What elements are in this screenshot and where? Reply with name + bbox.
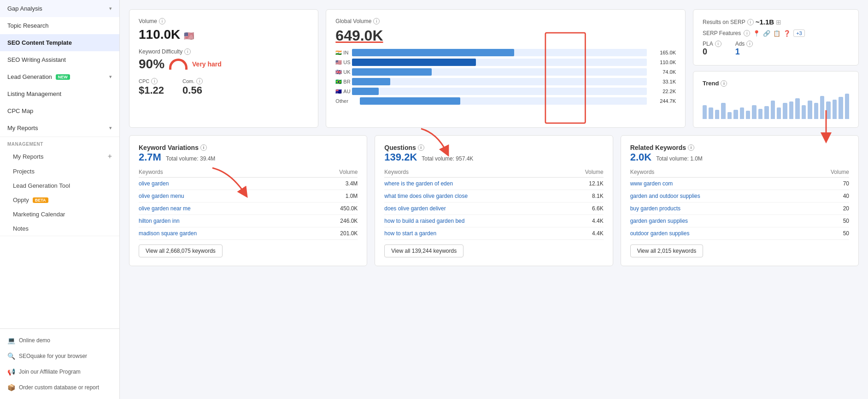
box-icon: 📦 [7, 384, 15, 391]
kd-arc-icon [169, 59, 188, 70]
view-all-questions-btn[interactable]: View all 139,244 keywords [384, 244, 463, 257]
cpc-info-icon[interactable]: i [151, 78, 158, 84]
pla-label: PLA i [703, 41, 721, 47]
sidebar-item-lead-generation[interactable]: Lead Generation NEW ▾ [0, 68, 119, 85]
country-row-uk: 🇬🇧 UK 74.0K [335, 68, 676, 76]
ads-info-icon[interactable]: i [746, 41, 753, 47]
view-all-variations-btn[interactable]: View all 2,668,075 keywords [139, 244, 223, 257]
kw-link[interactable]: does olive garden deliver [384, 205, 446, 212]
affiliate-link[interactable]: 📢 Join our Affiliate Program [0, 364, 119, 380]
rk-vol-col-header: Volume [803, 167, 849, 178]
plus-icon[interactable]: + [108, 152, 112, 161]
kw-link[interactable]: buy garden products [630, 205, 680, 212]
serp-info-icon[interactable]: i [747, 19, 754, 25]
sidebar-item-label: Oppty [13, 197, 29, 203]
kd-info-icon[interactable]: i [184, 48, 191, 55]
global-volume-label: Global Volume i [335, 18, 676, 24]
kw-col-header: Keywords [139, 167, 305, 178]
volume-info-icon[interactable]: i [159, 18, 165, 24]
sidebar-item-marketing-calendar[interactable]: Marketing Calendar [0, 207, 119, 221]
in-flag: 🇮🇳 [335, 50, 342, 56]
questions-title: Questions i [384, 144, 603, 151]
in-val: 165.0K [651, 50, 676, 55]
kw-link[interactable]: how to build a raised garden bed [384, 218, 464, 224]
kw-link[interactable]: where is the garden of eden [384, 180, 453, 187]
br-flag: 🇧🇷 [335, 79, 342, 85]
us-flag: 🇺🇸 [184, 31, 194, 41]
vol-cell: 450.0K [305, 202, 358, 215]
kw-link[interactable]: www garden com [630, 180, 673, 187]
questions-info-icon[interactable]: i [418, 144, 424, 151]
related-kw-count: 2.0K [630, 151, 651, 163]
pla-value: 0 [703, 47, 721, 57]
bottom-cards-row: Keyword Variations i 2.7M Total volume: … [129, 135, 859, 266]
kw-link[interactable]: outdoor garden supplies [630, 230, 690, 237]
sidebar-item-lead-generation-tool[interactable]: Lead Generation Tool [0, 179, 119, 193]
trend-bar [746, 111, 750, 119]
global-volume-info-icon[interactable]: i [373, 18, 380, 24]
monitor-icon: 💻 [7, 337, 15, 344]
table-row: where is the garden of eden12.1K [384, 178, 603, 190]
cpc-value: $1.22 [139, 84, 164, 96]
kw-variations-count: 2.7M [139, 151, 161, 163]
kw-link[interactable]: olive garden menu [139, 193, 184, 199]
sidebar-item-label: Gap Analysis [7, 5, 42, 12]
sidebar-item-notes[interactable]: Notes [0, 221, 119, 236]
table-row: how to build a raised garden bed4.4K [384, 215, 603, 227]
sidebar-item-my-reports-mgmt[interactable]: My Reports + [0, 149, 119, 164]
online-demo-link[interactable]: 💻 Online demo [0, 333, 119, 348]
sidebar-item-oppty[interactable]: Oppty BETA [0, 193, 119, 207]
rk-kw-col-header: Keywords [630, 167, 803, 178]
trend-bar [820, 96, 824, 119]
serp-results-row: Results on SERP i ~1.1B ⊞ [703, 18, 849, 26]
kw-link[interactable]: madison square garden [139, 230, 197, 237]
kw-link[interactable]: olive garden [139, 180, 169, 187]
pla-info-icon[interactable]: i [715, 41, 721, 47]
sidebar-item-label: SEO Writing Assistant [7, 56, 66, 63]
kw-variations-info-icon[interactable]: i [200, 144, 207, 151]
trend-info-icon[interactable]: i [721, 80, 727, 87]
sidebar-item-projects[interactable]: Projects [0, 164, 119, 179]
com-info-icon[interactable]: i [196, 78, 203, 84]
sidebar-item-my-reports[interactable]: My Reports ▾ [0, 119, 119, 137]
chevron-down-icon: ▾ [109, 125, 112, 131]
trend-bars [703, 91, 849, 119]
kw-link[interactable]: what time does olive garden close [384, 193, 468, 199]
sidebar-item-listing-management[interactable]: Listing Management [0, 85, 119, 102]
country-bars: 🇮🇳 IN 165.0K 🇺🇸 US 110.0K 🇬🇧 UK 74.0K 🇧🇷… [335, 49, 676, 105]
sidebar-item-topic-research[interactable]: Topic Research [0, 17, 119, 34]
view-all-related-btn[interactable]: View all 2,015 keywords [630, 244, 704, 257]
megaphone-icon: 📢 [7, 368, 15, 375]
table-row: www garden com70 [630, 178, 849, 190]
sidebar-item-gap-analysis[interactable]: Gap Analysis ▾ [0, 0, 119, 17]
trend-bar [709, 107, 713, 119]
kw-link[interactable]: how to start a garden [384, 230, 436, 237]
br-bar [352, 78, 390, 85]
main-content: Volume i 110.0K 🇺🇸 Keyword Difficulty i … [120, 0, 868, 399]
trend-bar [727, 112, 732, 119]
sidebar-footer: 💻 Online demo 🔍 SEOquake for your browse… [0, 328, 119, 399]
trend-bar [764, 106, 768, 119]
search-icon: 🔍 [7, 352, 15, 360]
serp-features-info-icon[interactable]: i [744, 30, 750, 36]
serp-features-badge[interactable]: +3 [793, 30, 805, 37]
sidebar-item-cpc-map[interactable]: CPC Map [0, 102, 119, 119]
new-badge: NEW [56, 74, 70, 80]
kw-link[interactable]: garden garden supplies [630, 218, 688, 224]
us-val: 110.0K [651, 60, 676, 65]
custom-db-link[interactable]: 📦 Order custom database or report [0, 380, 119, 395]
country-row-au: 🇦🇺 AU 22.2K [335, 88, 676, 95]
q-kw-col-header: Keywords [384, 167, 563, 178]
seoquake-link[interactable]: 🔍 SEOquake for your browser [0, 348, 119, 364]
related-kw-table: Keywords Volume www garden com70garden a… [630, 167, 849, 240]
global-volume-card: Global Volume i 649.0K 🇮🇳 IN 165.0K 🇺🇸 U… [326, 9, 686, 128]
kw-link[interactable]: olive garden near me [139, 205, 191, 212]
kw-link[interactable]: garden and outdoor supplies [630, 193, 700, 199]
kw-link[interactable]: hilton garden inn [139, 218, 180, 224]
serp-features-row: SERP Features i 📍 🔗 📋 ❓ +3 [703, 30, 849, 37]
related-kw-info-icon[interactable]: i [688, 144, 694, 151]
sidebar-item-seo-writing-assistant[interactable]: SEO Writing Assistant [0, 51, 119, 68]
country-row-other: Other 244.7K [335, 97, 676, 105]
location-icon: 📍 [753, 30, 760, 37]
sidebar-item-seo-content-template[interactable]: SEO Content Template [0, 34, 119, 51]
